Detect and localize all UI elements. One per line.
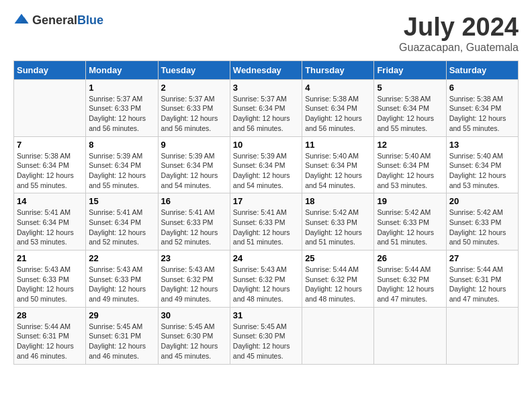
day-info: Sunrise: 5:42 AM Sunset: 6:33 PM Dayligh… — [377, 208, 443, 247]
day-cell: 23Sunrise: 5:43 AM Sunset: 6:32 PM Dayli… — [158, 250, 230, 308]
day-info: Sunrise: 5:39 AM Sunset: 6:34 PM Dayligh… — [233, 151, 299, 191]
day-cell: 5Sunrise: 5:38 AM Sunset: 6:34 PM Daylig… — [374, 79, 446, 136]
day-info: Sunrise: 5:39 AM Sunset: 6:34 PM Dayligh… — [89, 151, 154, 191]
day-number: 14 — [17, 196, 83, 206]
header-friday: Friday — [374, 60, 446, 79]
day-number: 28 — [17, 310, 83, 320]
day-info: Sunrise: 5:41 AM Sunset: 6:33 PM Dayligh… — [233, 208, 299, 247]
day-number: 31 — [233, 310, 299, 320]
day-number: 12 — [377, 140, 443, 150]
day-info: Sunrise: 5:42 AM Sunset: 6:33 PM Dayligh… — [449, 208, 515, 247]
logo-text-general: General — [32, 13, 77, 27]
day-info: Sunrise: 5:45 AM Sunset: 6:30 PM Dayligh… — [161, 322, 227, 361]
day-info: Sunrise: 5:43 AM Sunset: 6:33 PM Dayligh… — [17, 265, 83, 304]
day-number: 15 — [89, 196, 154, 206]
day-cell: 11Sunrise: 5:40 AM Sunset: 6:34 PM Dayli… — [302, 136, 374, 193]
day-number: 23 — [161, 253, 227, 263]
day-number: 4 — [305, 83, 371, 93]
header-tuesday: Tuesday — [158, 60, 230, 79]
day-number: 20 — [449, 196, 515, 206]
day-number: 17 — [233, 196, 299, 206]
logo-text-blue: Blue — [77, 13, 103, 27]
day-info: Sunrise: 5:41 AM Sunset: 6:34 PM Dayligh… — [17, 208, 83, 247]
calendar-body: 1Sunrise: 5:37 AM Sunset: 6:33 PM Daylig… — [14, 79, 519, 364]
day-info: Sunrise: 5:45 AM Sunset: 6:30 PM Dayligh… — [233, 322, 299, 361]
header: GeneralBlue July 2024 Guazacapan, Guatem… — [13, 13, 519, 54]
day-cell: 3Sunrise: 5:37 AM Sunset: 6:34 PM Daylig… — [230, 79, 302, 136]
day-cell: 10Sunrise: 5:39 AM Sunset: 6:34 PM Dayli… — [230, 136, 302, 193]
day-cell: 4Sunrise: 5:38 AM Sunset: 6:34 PM Daylig… — [302, 79, 374, 136]
header-wednesday: Wednesday — [230, 60, 302, 79]
day-number: 27 — [449, 253, 515, 263]
week-row-5: 28Sunrise: 5:44 AM Sunset: 6:31 PM Dayli… — [14, 307, 519, 364]
day-info: Sunrise: 5:41 AM Sunset: 6:33 PM Dayligh… — [161, 208, 227, 247]
header-saturday: Saturday — [446, 60, 518, 79]
logo: GeneralBlue — [13, 13, 103, 28]
day-cell: 13Sunrise: 5:40 AM Sunset: 6:34 PM Dayli… — [446, 136, 518, 193]
day-number: 5 — [377, 83, 443, 93]
day-info: Sunrise: 5:42 AM Sunset: 6:33 PM Dayligh… — [305, 208, 371, 247]
day-cell: 16Sunrise: 5:41 AM Sunset: 6:33 PM Dayli… — [158, 193, 230, 250]
day-cell: 28Sunrise: 5:44 AM Sunset: 6:31 PM Dayli… — [14, 307, 86, 364]
day-cell: 26Sunrise: 5:44 AM Sunset: 6:32 PM Dayli… — [374, 250, 446, 308]
day-cell: 24Sunrise: 5:43 AM Sunset: 6:32 PM Dayli… — [230, 250, 302, 308]
day-number: 18 — [305, 196, 371, 206]
day-number: 10 — [233, 140, 299, 150]
header-sunday: Sunday — [14, 60, 86, 79]
day-number: 30 — [161, 310, 227, 320]
day-number: 19 — [377, 196, 443, 206]
day-cell: 19Sunrise: 5:42 AM Sunset: 6:33 PM Dayli… — [374, 193, 446, 250]
day-number: 22 — [89, 253, 154, 263]
day-info: Sunrise: 5:38 AM Sunset: 6:34 PM Dayligh… — [377, 94, 443, 134]
day-number: 7 — [17, 140, 83, 150]
header-thursday: Thursday — [302, 60, 374, 79]
day-cell: 22Sunrise: 5:43 AM Sunset: 6:33 PM Dayli… — [86, 250, 158, 308]
day-number: 29 — [89, 310, 154, 320]
day-number: 1 — [89, 83, 154, 93]
day-cell — [302, 307, 374, 364]
day-cell: 2Sunrise: 5:37 AM Sunset: 6:33 PM Daylig… — [158, 79, 230, 136]
day-cell: 27Sunrise: 5:44 AM Sunset: 6:31 PM Dayli… — [446, 250, 518, 308]
day-info: Sunrise: 5:37 AM Sunset: 6:33 PM Dayligh… — [89, 94, 154, 134]
day-number: 6 — [449, 83, 515, 93]
week-row-3: 14Sunrise: 5:41 AM Sunset: 6:34 PM Dayli… — [14, 193, 519, 250]
day-number: 8 — [89, 140, 154, 150]
day-info: Sunrise: 5:43 AM Sunset: 6:33 PM Dayligh… — [89, 265, 154, 304]
days-of-week-row: Sunday Monday Tuesday Wednesday Thursday… — [14, 60, 519, 79]
day-cell: 9Sunrise: 5:39 AM Sunset: 6:34 PM Daylig… — [158, 136, 230, 193]
week-row-2: 7Sunrise: 5:38 AM Sunset: 6:34 PM Daylig… — [14, 136, 519, 193]
day-info: Sunrise: 5:39 AM Sunset: 6:34 PM Dayligh… — [161, 151, 227, 191]
day-cell — [14, 79, 86, 136]
day-number: 13 — [449, 140, 515, 150]
day-cell: 7Sunrise: 5:38 AM Sunset: 6:34 PM Daylig… — [14, 136, 86, 193]
day-info: Sunrise: 5:45 AM Sunset: 6:31 PM Dayligh… — [89, 322, 154, 361]
day-info: Sunrise: 5:40 AM Sunset: 6:34 PM Dayligh… — [305, 151, 371, 191]
week-row-4: 21Sunrise: 5:43 AM Sunset: 6:33 PM Dayli… — [14, 250, 519, 308]
location: Guazacapan, Guatemala — [399, 42, 519, 54]
week-row-1: 1Sunrise: 5:37 AM Sunset: 6:33 PM Daylig… — [14, 79, 519, 136]
day-number: 21 — [17, 253, 83, 263]
calendar-table: Sunday Monday Tuesday Wednesday Thursday… — [13, 60, 519, 365]
day-cell: 20Sunrise: 5:42 AM Sunset: 6:33 PM Dayli… — [446, 193, 518, 250]
day-cell: 12Sunrise: 5:40 AM Sunset: 6:34 PM Dayli… — [374, 136, 446, 193]
day-info: Sunrise: 5:40 AM Sunset: 6:34 PM Dayligh… — [449, 151, 515, 191]
day-info: Sunrise: 5:38 AM Sunset: 6:34 PM Dayligh… — [17, 151, 83, 191]
day-info: Sunrise: 5:37 AM Sunset: 6:34 PM Dayligh… — [233, 94, 299, 134]
calendar-header: Sunday Monday Tuesday Wednesday Thursday… — [14, 60, 519, 79]
title-area: July 2024 Guazacapan, Guatemala — [399, 13, 519, 54]
header-monday: Monday — [86, 60, 158, 79]
day-number: 2 — [161, 83, 227, 93]
day-number: 16 — [161, 196, 227, 206]
day-cell: 14Sunrise: 5:41 AM Sunset: 6:34 PM Dayli… — [14, 193, 86, 250]
day-number: 26 — [377, 253, 443, 263]
day-info: Sunrise: 5:44 AM Sunset: 6:32 PM Dayligh… — [305, 265, 371, 304]
day-cell: 30Sunrise: 5:45 AM Sunset: 6:30 PM Dayli… — [158, 307, 230, 364]
day-info: Sunrise: 5:37 AM Sunset: 6:33 PM Dayligh… — [161, 94, 227, 134]
day-info: Sunrise: 5:44 AM Sunset: 6:31 PM Dayligh… — [449, 265, 515, 304]
day-cell: 21Sunrise: 5:43 AM Sunset: 6:33 PM Dayli… — [14, 250, 86, 308]
day-info: Sunrise: 5:38 AM Sunset: 6:34 PM Dayligh… — [449, 94, 515, 134]
day-info: Sunrise: 5:38 AM Sunset: 6:34 PM Dayligh… — [305, 94, 371, 134]
day-cell: 29Sunrise: 5:45 AM Sunset: 6:31 PM Dayli… — [86, 307, 158, 364]
logo-icon — [13, 13, 30, 26]
day-number: 11 — [305, 140, 371, 150]
